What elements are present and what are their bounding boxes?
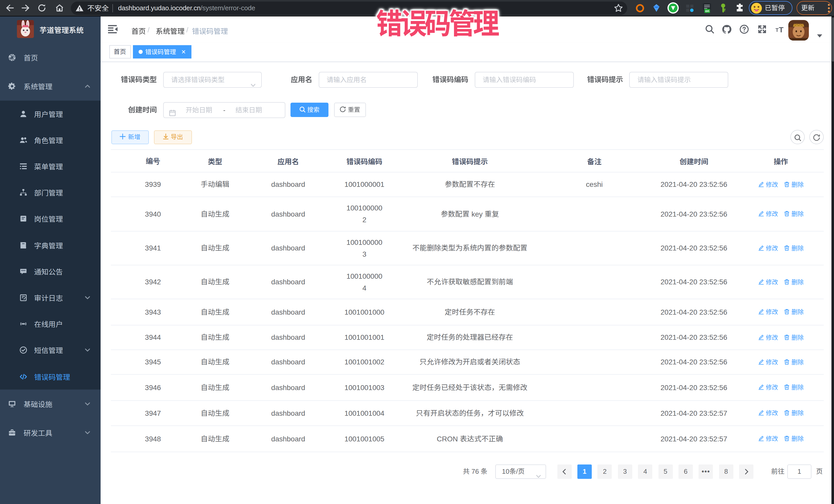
svg-text:T: T bbox=[779, 26, 784, 34]
svg-text:T: T bbox=[775, 27, 778, 33]
svg-text:on: on bbox=[705, 9, 709, 13]
